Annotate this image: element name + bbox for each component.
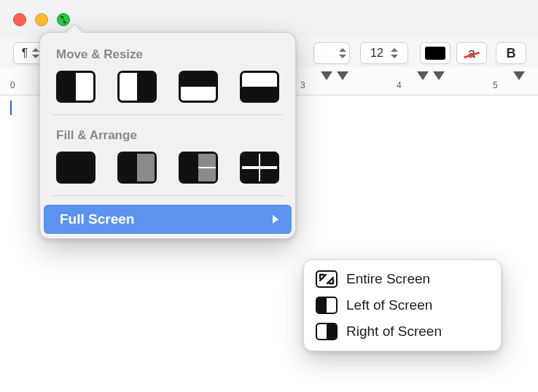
traffic-lights (13, 13, 70, 26)
fill-arrange-row (40, 149, 295, 195)
left-half-icon (316, 297, 338, 314)
bold-button[interactable]: B (496, 42, 526, 64)
bold-label: B (507, 46, 516, 61)
chevron-updown-icon (32, 48, 39, 58)
separator (52, 114, 284, 115)
window-tiling-popover: Move & Resize Fill & Arrange Full Screen (39, 32, 296, 239)
font-size-select[interactable]: 12 (360, 42, 408, 64)
minimize-window-button[interactable] (35, 13, 48, 26)
strikethrough-color-button[interactable]: a (456, 42, 487, 64)
arrange-left-right-button[interactable] (117, 152, 157, 184)
font-family-select[interactable] (313, 42, 350, 64)
fill-screen-button[interactable] (56, 152, 95, 184)
full-screen-menu-item[interactable]: Full Screen (44, 205, 292, 234)
section-move-resize-label: Move & Resize (40, 43, 295, 68)
right-of-screen-label: Right of Screen (346, 324, 442, 340)
ruler-tick-4: 4 (397, 80, 402, 90)
ruler-tick-3: 3 (300, 80, 305, 90)
expand-arrows-icon (316, 270, 338, 288)
chevron-updown-icon (339, 48, 346, 58)
left-of-screen-item[interactable]: Left of Screen (308, 292, 496, 318)
full-screen-submenu: Entire Screen Left of Screen Right of Sc… (303, 259, 502, 351)
close-window-button[interactable] (13, 13, 26, 26)
font-size-value: 12 (370, 47, 383, 60)
tab-stop-marker[interactable] (337, 71, 348, 80)
text-cursor (10, 101, 12, 115)
right-half-icon (316, 323, 338, 340)
tab-stop-marker[interactable] (321, 71, 332, 80)
left-of-screen-label: Left of Screen (346, 297, 432, 313)
tile-left-half-button[interactable] (56, 71, 95, 103)
color-swatch-icon (425, 47, 445, 60)
text-color-button[interactable] (420, 42, 451, 64)
tile-top-half-button[interactable] (179, 71, 218, 103)
right-of-screen-item[interactable]: Right of Screen (308, 318, 496, 345)
section-fill-arrange-label: Fill & Arrange (40, 124, 295, 149)
tile-right-half-button[interactable] (117, 71, 157, 103)
tab-stop-marker[interactable] (417, 71, 429, 80)
strike-letter: a (468, 46, 475, 61)
chevron-right-icon (273, 215, 278, 224)
chevron-updown-icon (391, 48, 398, 58)
tab-stop-marker[interactable] (433, 71, 445, 80)
tab-stop-marker[interactable] (513, 71, 525, 80)
pilcrow-icon: ¶ (22, 47, 28, 60)
separator (52, 195, 284, 196)
ruler-tick-0: 0 (10, 80, 15, 90)
arrange-quarters-button[interactable] (240, 152, 279, 184)
tile-bottom-half-button[interactable] (240, 71, 279, 103)
popover-arrow (65, 24, 82, 33)
entire-screen-label: Entire Screen (346, 271, 430, 287)
move-resize-row (40, 68, 295, 114)
ruler-tick-5: 5 (493, 80, 498, 90)
arrange-left-two-right-button[interactable] (179, 152, 218, 184)
entire-screen-item[interactable]: Entire Screen (308, 266, 496, 292)
full-screen-label: Full Screen (60, 211, 134, 227)
